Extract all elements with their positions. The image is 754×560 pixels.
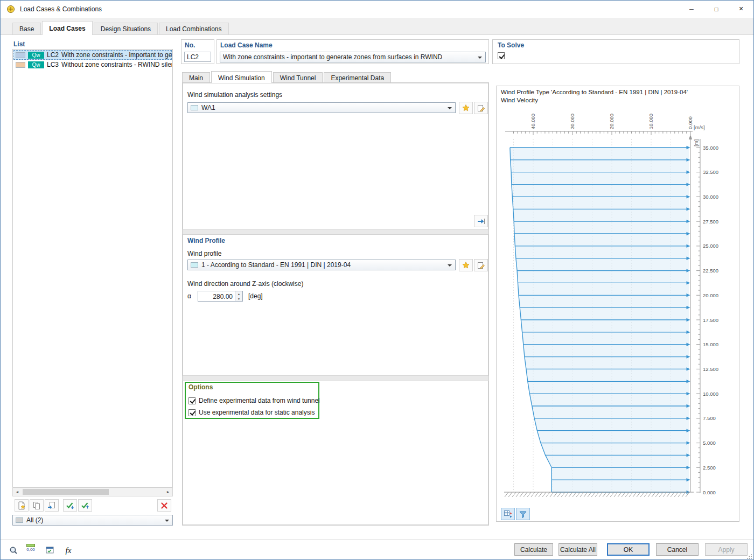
chart-values-button[interactable]	[501, 508, 515, 520]
transfer-arrow-icon	[477, 217, 485, 226]
svg-text:25.000: 25.000	[703, 243, 718, 249]
close-button[interactable]: ✕	[729, 1, 753, 17]
to-solve-checkbox[interactable]	[498, 52, 505, 59]
wind-velocity-chart: 0.00010.00020.00030.00040.000[m/s][m]0.0…	[497, 106, 740, 513]
find-button[interactable]	[6, 543, 21, 557]
check-all-icon	[81, 501, 89, 510]
scrollbar-thumb[interactable]	[23, 489, 109, 495]
svg-text:15.000: 15.000	[703, 341, 718, 347]
copy-button[interactable]	[30, 499, 44, 512]
svg-text:20.000: 20.000	[703, 292, 718, 298]
new-settings-button[interactable]	[459, 102, 473, 114]
load-case-id: LC3	[47, 61, 59, 68]
filter-value: All (2)	[26, 516, 43, 524]
load-cases-dialog: Load Cases & Combinations ─ □ ✕ Base Loa…	[0, 0, 754, 560]
wind-direction-spinner[interactable]: 280.00 ▲ ▼	[198, 291, 243, 302]
check-all-button[interactable]	[78, 499, 92, 512]
no-box: No. LC2	[181, 39, 214, 64]
chevron-down-icon	[165, 520, 169, 522]
cancel-button[interactable]: Cancel	[656, 543, 699, 556]
alpha-symbol: α	[187, 292, 191, 300]
load-case-list: Qw LC2 With zone constraints - important…	[12, 49, 173, 487]
chart-filter-button[interactable]	[516, 508, 530, 520]
load-case-color-swatch	[16, 52, 25, 58]
wind-sim-settings-value: WA1	[201, 104, 215, 111]
wind-sim-settings-combo[interactable]: WA1	[187, 102, 456, 113]
load-case-name-combo[interactable]: With zone constraints - important to gen…	[220, 52, 486, 62]
window-icon	[6, 4, 16, 14]
use-experimental-data-checkbox[interactable]	[188, 409, 196, 416]
list-horizontal-scrollbar[interactable]: ◄ ►	[12, 487, 173, 496]
svg-text:5.000: 5.000	[703, 440, 716, 446]
tab-load-combinations[interactable]: Load Combinations	[159, 23, 228, 34]
settings-color-swatch	[191, 105, 198, 110]
new-profile-button[interactable]	[459, 259, 473, 271]
calculate-all-button[interactable]: Calculate All	[558, 543, 597, 556]
check-button[interactable]	[63, 499, 77, 512]
list-item-lc3[interactable]: Qw LC3 Without zone constraints - RWIND …	[13, 60, 172, 69]
scroll-right-button[interactable]: ►	[164, 488, 172, 496]
options-title: Options	[188, 383, 213, 391]
edit-profile-button[interactable]	[474, 259, 488, 271]
magnifier-icon	[9, 545, 18, 555]
svg-text:0.000: 0.000	[687, 116, 693, 129]
scroll-left-button[interactable]: ◄	[13, 488, 22, 496]
apply-button[interactable]: Apply	[705, 543, 748, 556]
svg-text:32.500: 32.500	[703, 169, 718, 175]
calculator-icon: 0,00	[25, 544, 36, 555]
svg-text:[m/s]: [m/s]	[694, 124, 705, 130]
tab-load-cases[interactable]: Load Cases	[42, 21, 92, 35]
load-case-name: Without zone constraints - RWIND siler	[61, 61, 172, 68]
load-case-name-value: With zone constraints - important to gen…	[223, 53, 442, 61]
wind-profile-combo[interactable]: 1 - According to Standard - EN 1991 | DI…	[187, 260, 456, 270]
minimize-button[interactable]: ─	[679, 1, 704, 17]
svg-text:0.000: 0.000	[703, 489, 716, 495]
list-filter-combo[interactable]: All (2)	[12, 515, 173, 526]
use-experimental-data-row: Use experimental data for static analysi…	[188, 409, 315, 416]
define-experimental-data-checkbox[interactable]	[188, 397, 196, 404]
tab-wind-simulation[interactable]: Wind Simulation	[211, 71, 272, 83]
calculate-button[interactable]: Calculate	[514, 543, 553, 556]
spin-up-button[interactable]: ▲	[235, 291, 242, 296]
load-case-name-label: Load Case Name	[220, 41, 273, 49]
formula-button[interactable]: fx	[61, 543, 76, 557]
svg-text:17.500: 17.500	[703, 317, 718, 323]
options-section: Options Define experimental data from wi…	[183, 381, 488, 525]
list-label: List	[13, 40, 25, 48]
tab-base[interactable]: Base	[12, 23, 41, 34]
edit-icon	[477, 104, 485, 113]
insert-copy-button[interactable]	[45, 499, 59, 512]
svg-text:20.000: 20.000	[609, 114, 615, 129]
edit-icon	[477, 261, 485, 270]
wind-profile-title: Wind Profile	[187, 237, 225, 244]
name-box: Load Case Name With zone constraints - i…	[217, 39, 489, 64]
use-experimental-data-label: Use experimental data for static analysi…	[199, 409, 315, 416]
tab-experimental-data[interactable]: Experimental Data	[324, 72, 391, 82]
settings-window-icon	[45, 545, 55, 555]
wind-profile-chart-panel: Wind Profile Type 'According to Standard…	[496, 86, 739, 522]
define-experimental-data-label: Define experimental data from wind tunne…	[199, 397, 320, 404]
wind-sim-settings-label: Wind simulation analysis settings	[187, 91, 282, 99]
svg-text:22.500: 22.500	[703, 268, 718, 274]
load-case-number-field[interactable]: LC2	[184, 52, 211, 62]
edit-settings-button[interactable]	[474, 102, 488, 114]
ok-button[interactable]: OK	[607, 543, 650, 556]
tab-wind-tunnel[interactable]: Wind Tunnel	[273, 72, 323, 82]
new-star-icon	[462, 104, 470, 113]
scrollbar-track[interactable]	[22, 488, 164, 496]
delete-button[interactable]	[157, 499, 171, 512]
alpha-unit-label: [deg]	[248, 292, 263, 300]
new-icon	[17, 501, 26, 510]
spin-down-button[interactable]: ▼	[235, 296, 242, 301]
new-button[interactable]	[15, 499, 29, 512]
list-item-lc2[interactable]: Qw LC2 With zone constraints - important…	[13, 50, 172, 60]
sub-tab-strip: Main Wind Simulation Wind Tunnel Experim…	[182, 71, 392, 82]
load-case-name: With zone constraints - important to gen…	[61, 51, 172, 59]
rwind-export-button[interactable]	[474, 215, 488, 227]
calculator-button[interactable]: 0,00	[23, 542, 38, 556]
tab-design-situations[interactable]: Design Situations	[94, 23, 158, 34]
tab-main[interactable]: Main	[182, 72, 210, 82]
resize-grip[interactable]	[747, 554, 752, 559]
maximize-button[interactable]: □	[704, 1, 729, 17]
settings-button[interactable]	[43, 543, 58, 557]
